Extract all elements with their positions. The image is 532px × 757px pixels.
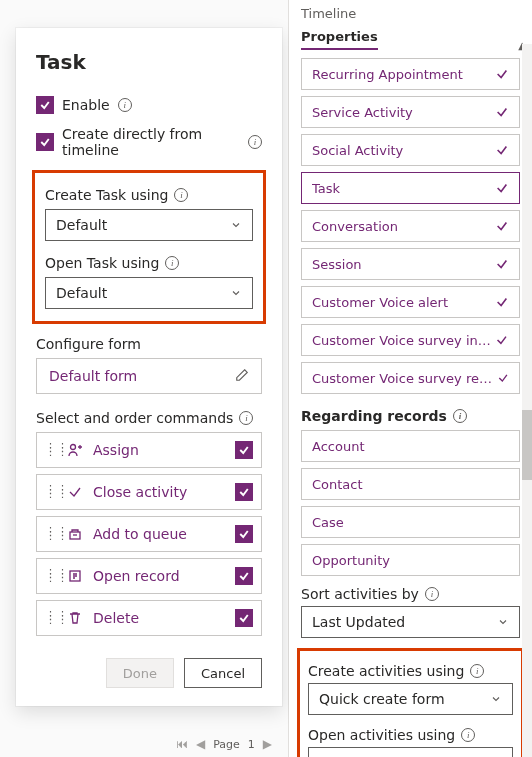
regarding-records-label: Regarding records i <box>301 408 520 424</box>
task-panel: Task Enable i Create directly from timel… <box>16 28 282 706</box>
create-from-timeline-label: Create directly from timeline <box>62 126 240 158</box>
info-icon[interactable]: i <box>425 587 439 601</box>
check-icon <box>495 143 509 157</box>
chevron-down-icon <box>490 693 502 705</box>
configure-form-select[interactable]: Default form <box>36 358 262 394</box>
activity-customer-voice-response[interactable]: Customer Voice survey response <box>301 362 520 394</box>
check-icon <box>497 371 509 385</box>
drag-handle-icon[interactable]: ⋮⋮⋮⋮ <box>45 530 57 538</box>
info-icon[interactable]: i <box>453 409 467 423</box>
check-icon <box>495 105 509 119</box>
callout-activities: Create activities using i Quick create f… <box>297 648 524 757</box>
check-icon <box>495 333 509 347</box>
chevron-down-icon <box>230 287 242 299</box>
chevron-down-icon <box>230 219 242 231</box>
panel-title: Task <box>36 50 262 74</box>
enable-label: Enable <box>62 97 110 113</box>
open-task-using-label: Open Task using i <box>45 255 253 271</box>
info-icon[interactable]: i <box>470 664 484 678</box>
info-icon[interactable]: i <box>174 188 188 202</box>
left-pane: Task Enable i Create directly from timel… <box>0 0 289 757</box>
tab-properties[interactable]: Properties <box>301 29 378 50</box>
open-activities-label: Open activities using i <box>308 727 513 743</box>
activity-list: Recurring Appointment Service Activity S… <box>289 52 532 394</box>
commands-label: Select and order commands i <box>36 410 262 426</box>
trash-icon <box>67 610 83 626</box>
checkbox-icon[interactable] <box>235 567 253 585</box>
regarding-contact[interactable]: Contact <box>301 468 520 500</box>
configure-form-label: Configure form <box>36 336 262 352</box>
activity-customer-voice-alert[interactable]: Customer Voice alert <box>301 286 520 318</box>
checkbox-icon <box>36 133 54 151</box>
regarding-account[interactable]: Account <box>301 430 520 462</box>
regarding-opportunity[interactable]: Opportunity <box>301 544 520 576</box>
create-activities-select[interactable]: Quick create form <box>308 683 513 715</box>
create-from-timeline-row[interactable]: Create directly from timeline i <box>36 126 262 158</box>
info-icon[interactable]: i <box>461 728 475 742</box>
drag-handle-icon[interactable]: ⋮⋮⋮⋮ <box>45 488 57 496</box>
callout-create-open: Create Task using i Default Open Task us… <box>32 170 266 324</box>
cancel-button[interactable]: Cancel <box>184 658 262 688</box>
activity-task[interactable]: Task <box>301 172 520 204</box>
chevron-down-icon <box>497 616 509 628</box>
info-icon[interactable]: i <box>165 256 179 270</box>
activity-service-activity[interactable]: Service Activity <box>301 96 520 128</box>
regarding-case[interactable]: Case <box>301 506 520 538</box>
page-label: Page <box>213 738 240 751</box>
activity-recurring-appointment[interactable]: Recurring Appointment <box>301 58 520 90</box>
checkbox-icon[interactable] <box>235 441 253 459</box>
svg-point-0 <box>71 445 76 450</box>
queue-icon <box>67 526 83 542</box>
checkbox-icon[interactable] <box>235 609 253 627</box>
edit-icon[interactable] <box>235 368 249 385</box>
activity-conversation[interactable]: Conversation <box>301 210 520 242</box>
scrollbar-track[interactable] <box>522 44 532 757</box>
check-icon <box>495 219 509 233</box>
open-record-icon <box>67 568 83 584</box>
drag-handle-icon[interactable]: ⋮⋮⋮⋮ <box>45 614 57 622</box>
create-task-using-label: Create Task using i <box>45 187 253 203</box>
page-value: 1 <box>248 738 255 751</box>
sort-activities-select[interactable]: Last Updated <box>301 606 520 638</box>
open-task-using-select[interactable]: Default <box>45 277 253 309</box>
create-task-using-select[interactable]: Default <box>45 209 253 241</box>
paginator: ⏮ ◀ Page 1 ▶ <box>0 737 272 751</box>
assign-icon <box>67 442 83 458</box>
command-add-to-queue[interactable]: ⋮⋮⋮⋮ Add to queue <box>36 516 262 552</box>
right-pane: Timeline Properties ▲ Recurring Appointm… <box>289 0 532 757</box>
check-icon <box>495 181 509 195</box>
check-icon <box>67 484 83 500</box>
checkbox-icon <box>36 96 54 114</box>
activity-social-activity[interactable]: Social Activity <box>301 134 520 166</box>
enable-row[interactable]: Enable i <box>36 96 262 114</box>
prev-page-icon[interactable]: ◀ <box>196 737 205 751</box>
checkbox-icon[interactable] <box>235 525 253 543</box>
open-activities-select[interactable]: Main form <box>308 747 513 757</box>
first-page-icon[interactable]: ⏮ <box>176 737 188 751</box>
drag-handle-icon[interactable]: ⋮⋮⋮⋮ <box>45 446 57 454</box>
check-icon <box>495 257 509 271</box>
check-icon <box>495 295 509 309</box>
info-icon[interactable]: i <box>239 411 253 425</box>
info-icon[interactable]: i <box>118 98 132 112</box>
command-open-record[interactable]: ⋮⋮⋮⋮ Open record <box>36 558 262 594</box>
activity-customer-voice-invite[interactable]: Customer Voice survey invite <box>301 324 520 356</box>
scrollbar-thumb[interactable] <box>522 410 532 480</box>
info-icon[interactable]: i <box>248 135 262 149</box>
done-button: Done <box>106 658 174 688</box>
command-close-activity[interactable]: ⋮⋮⋮⋮ Close activity <box>36 474 262 510</box>
create-activities-label: Create activities using i <box>308 663 513 679</box>
command-assign[interactable]: ⋮⋮⋮⋮ Assign <box>36 432 262 468</box>
drag-handle-icon[interactable]: ⋮⋮⋮⋮ <box>45 572 57 580</box>
sort-activities-label: Sort activities by i <box>301 586 520 602</box>
command-delete[interactable]: ⋮⋮⋮⋮ Delete <box>36 600 262 636</box>
checkbox-icon[interactable] <box>235 483 253 501</box>
next-page-icon[interactable]: ▶ <box>263 737 272 751</box>
check-icon <box>495 67 509 81</box>
activity-session[interactable]: Session <box>301 248 520 280</box>
